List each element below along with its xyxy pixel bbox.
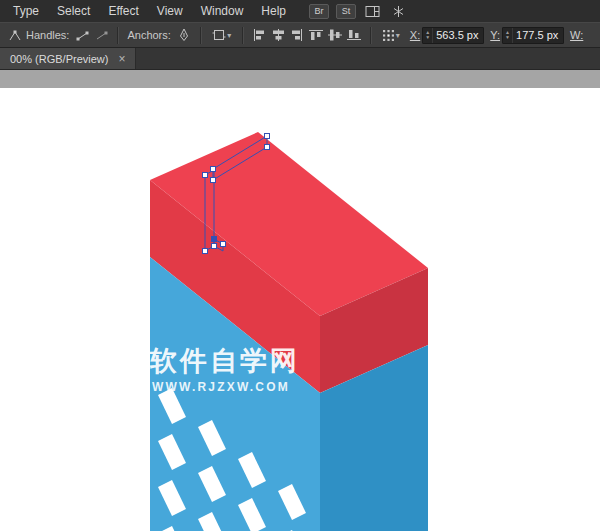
- workspace-layout-icon: [365, 5, 380, 18]
- tab-close-icon[interactable]: ×: [118, 53, 125, 65]
- document-tab-label: 00% (RGB/Preview): [10, 53, 108, 65]
- menu-bar-icons: Br St: [309, 2, 408, 21]
- document-canvas[interactable]: 软件自学网 WWW.RJZXW.COM: [0, 70, 600, 531]
- y-field: ▲ ▼: [502, 27, 564, 44]
- watermark-url: WWW.RJZXW.COM: [152, 380, 290, 394]
- anchor-point[interactable]: [211, 167, 216, 172]
- y-input[interactable]: [513, 29, 563, 41]
- align-center-icon: [270, 28, 286, 42]
- align-right-icon: [289, 28, 305, 42]
- align-left-icon: [251, 28, 267, 42]
- separator: [200, 27, 202, 44]
- separator: [242, 27, 244, 44]
- w-field-label[interactable]: W:: [570, 29, 583, 41]
- reference-point-button[interactable]: ▾: [378, 26, 404, 45]
- menu-bar: Type Select Effect View Window Help Br S…: [0, 0, 600, 22]
- x-field: ▲ ▼: [422, 27, 484, 44]
- sparkle-icon: [392, 5, 405, 18]
- stock-button[interactable]: St: [336, 4, 356, 19]
- watermark-title: 软件自学网: [149, 346, 300, 376]
- menu-effect[interactable]: Effect: [99, 0, 147, 22]
- anchor-point[interactable]: [211, 178, 216, 183]
- hide-handles-button[interactable]: [92, 26, 111, 45]
- stepper-down-icon[interactable]: ▼: [505, 35, 510, 40]
- anchor-point[interactable]: [203, 173, 208, 178]
- x-field-label[interactable]: X:: [410, 29, 420, 41]
- document-tab-bar: 00% (RGB/Preview) ×: [0, 48, 600, 70]
- x-input[interactable]: [433, 29, 483, 41]
- anchor-point[interactable]: [203, 249, 208, 254]
- menu-window[interactable]: Window: [192, 0, 253, 22]
- document-tab[interactable]: 00% (RGB/Preview) ×: [0, 48, 136, 69]
- menu-type[interactable]: Type: [4, 0, 48, 22]
- align-right-button[interactable]: [288, 26, 307, 45]
- anchor-point[interactable]: [265, 134, 270, 139]
- bridge-button[interactable]: Br: [309, 4, 329, 19]
- anchor-point[interactable]: [221, 242, 226, 247]
- chevron-down-icon: ▾: [227, 31, 231, 40]
- convert-anchor-button[interactable]: [5, 26, 24, 45]
- align-left-button[interactable]: [250, 26, 269, 45]
- show-handles-icon: [75, 29, 90, 42]
- anchor-point[interactable]: [212, 244, 217, 249]
- menu-help[interactable]: Help: [252, 0, 295, 22]
- align-top-icon: [308, 28, 324, 42]
- reference-point-icon: [382, 29, 395, 42]
- align-middle-button[interactable]: [326, 26, 345, 45]
- stepper-down-icon[interactable]: ▼: [425, 35, 430, 40]
- canvas-area: 软件自学网 WWW.RJZXW.COM: [0, 70, 600, 531]
- anchor-point[interactable]: [265, 145, 270, 150]
- menu-view[interactable]: View: [148, 0, 192, 22]
- anchor-point-selected[interactable]: [212, 237, 217, 242]
- control-bar: Handles: Anchors: ▾: [0, 22, 600, 48]
- anchor-pen-button[interactable]: [175, 26, 194, 45]
- y-stepper[interactable]: ▲ ▼: [503, 28, 513, 43]
- artboard-options-button[interactable]: ▾: [208, 26, 236, 45]
- align-center-button[interactable]: [269, 26, 288, 45]
- align-bottom-button[interactable]: [345, 26, 364, 45]
- separator: [117, 27, 119, 44]
- handles-label: Handles:: [26, 29, 69, 41]
- convert-anchor-icon: [8, 29, 22, 42]
- menu-select[interactable]: Select: [48, 0, 99, 22]
- show-handles-button[interactable]: [73, 26, 92, 45]
- x-stepper[interactable]: ▲ ▼: [423, 28, 433, 43]
- anchors-label: Anchors:: [127, 29, 170, 41]
- y-field-label[interactable]: Y:: [490, 29, 500, 41]
- artboard-icon: [212, 28, 226, 42]
- align-bottom-icon: [346, 28, 362, 42]
- separator: [370, 27, 372, 44]
- align-top-button[interactable]: [307, 26, 326, 45]
- hide-handles-icon: [94, 29, 109, 42]
- align-middle-icon: [327, 28, 343, 42]
- sparkle-button[interactable]: [389, 2, 408, 21]
- pen-nib-icon: [177, 28, 191, 42]
- workspace-switcher-button[interactable]: [363, 2, 382, 21]
- chevron-down-icon: ▾: [396, 31, 400, 40]
